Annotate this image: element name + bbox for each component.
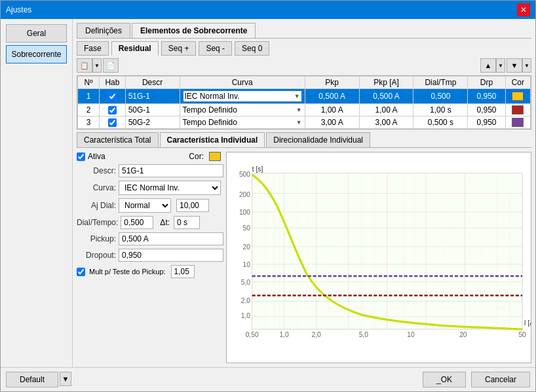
- up-button[interactable]: ▲: [480, 58, 496, 73]
- ok-button[interactable]: _OK: [423, 372, 466, 387]
- tab-elementos[interactable]: Elementos de Sobrecorrente: [132, 23, 256, 38]
- svg-text:20: 20: [459, 331, 467, 338]
- cell-cor: [505, 89, 530, 104]
- tab-caracteristica-individual[interactable]: Característica Individual: [160, 132, 265, 147]
- hab-checkbox[interactable]: [108, 92, 117, 101]
- dial-tempo-label: Dial/Tempo:: [77, 218, 118, 227]
- window-title: Ajustes: [6, 5, 31, 14]
- sub-tab-seq-minus[interactable]: Seq -: [199, 41, 232, 56]
- pickup-input[interactable]: [119, 232, 223, 245]
- svg-text:10: 10: [243, 261, 251, 268]
- svg-text:1,0: 1,0: [279, 331, 289, 338]
- tab-caracteristica-total[interactable]: Característica Total: [77, 132, 159, 147]
- close-button[interactable]: ✕: [517, 3, 530, 16]
- cell-dial: 0,500 s: [413, 116, 468, 129]
- svg-text:I [A]: I [A]: [524, 319, 531, 327]
- main-content: Definições Elementos de Sobrecorrente Fa…: [73, 19, 535, 367]
- cor-color-box[interactable]: [209, 152, 221, 161]
- curva-label: Curva:: [77, 183, 116, 192]
- cor-label: Cor:: [189, 152, 204, 161]
- data-table: Nº Hab Descr Curva Pkp Pkp [A] Dial/Tmp …: [77, 76, 531, 129]
- down-split-button: ▼ ▼: [507, 58, 531, 73]
- down-button[interactable]: ▼: [507, 58, 522, 73]
- sub-tab-fase[interactable]: Fase: [77, 41, 109, 56]
- cell-hab: [100, 89, 126, 104]
- cell-dial: 0,500: [413, 89, 468, 104]
- sidebar-sobrecorrente-button[interactable]: Sobrecorrente: [6, 45, 67, 63]
- row-color-box: [512, 105, 524, 115]
- table-row[interactable]: 3 50G-2 Tempo Definido▼ 3,00 A 3,00 A 0,…: [78, 116, 531, 129]
- sub-tab-bar: Fase Residual Seq + Seq - Seq 0: [77, 41, 531, 56]
- svg-text:200: 200: [239, 191, 250, 198]
- ativa-checkbox[interactable]: [77, 152, 85, 161]
- delta-t-label: Δt:: [160, 218, 170, 227]
- sub-tab-seq-plus[interactable]: Seq +: [161, 41, 197, 56]
- col-descr: Descr: [125, 77, 180, 89]
- mult-checkbox[interactable]: [77, 268, 85, 276]
- col-curva: Curva: [180, 77, 305, 89]
- cell-descr: 51G-1: [125, 89, 180, 104]
- col-hab: Hab: [100, 77, 126, 89]
- cell-descr: 50G-1: [125, 104, 180, 116]
- table-row[interactable]: 1 51G-1 IEC Normal Inv.▼ 0,500 A 0,500 A…: [78, 89, 531, 104]
- cell-cor: [505, 116, 530, 129]
- cell-curva: IEC Normal Inv.▼: [180, 89, 305, 104]
- svg-text:1,0: 1,0: [241, 312, 251, 319]
- svg-text:100: 100: [239, 209, 250, 216]
- default-dropdown-button[interactable]: ▼: [60, 372, 71, 386]
- aj-dial-label: Aj Dial:: [77, 201, 116, 210]
- toolbar: 📋 ▼ 📄 ▲ ▼ ▼ ▼: [77, 58, 531, 73]
- delta-t-input[interactable]: [174, 216, 200, 229]
- data-table-container: Nº Hab Descr Curva Pkp Pkp [A] Dial/Tmp …: [77, 75, 531, 130]
- col-pkp: Pkp: [305, 77, 359, 89]
- default-button[interactable]: Default: [6, 372, 58, 387]
- dropout-label: Dropout:: [77, 251, 116, 260]
- hab-checkbox[interactable]: [108, 106, 117, 115]
- up-dropdown-button[interactable]: ▼: [496, 58, 505, 73]
- dial-tempo-row: Dial/Tempo: Δt:: [77, 216, 221, 229]
- dial-tempo-input[interactable]: [121, 216, 153, 229]
- hab-checkbox[interactable]: [108, 118, 117, 127]
- footer: Default ▼ _OK Cancelar: [1, 367, 535, 391]
- col-dial: Dial/Tmp: [413, 77, 468, 89]
- row-color-box: [512, 92, 524, 101]
- col-cor: Cor: [505, 77, 530, 89]
- sub-tab-residual[interactable]: Residual: [111, 41, 159, 56]
- add-button[interactable]: 📋: [77, 58, 92, 73]
- up-split-button: ▲ ▼: [480, 58, 505, 73]
- curva-select[interactable]: IEC Normal Inv.: [119, 181, 221, 195]
- cancelar-button[interactable]: Cancelar: [471, 372, 530, 387]
- dropout-row: Dropout:: [77, 249, 221, 262]
- add-split-button: 📋 ▼: [77, 58, 102, 73]
- dropout-input[interactable]: [119, 249, 223, 262]
- down-dropdown-button[interactable]: ▼: [522, 58, 531, 73]
- descr-label: Descr:: [77, 166, 116, 175]
- descr-input[interactable]: [119, 164, 223, 177]
- tab-definicoes[interactable]: Definições: [77, 23, 130, 38]
- cell-pkp: 1,00 A: [305, 104, 359, 116]
- svg-text:5,0: 5,0: [241, 279, 251, 286]
- cell-pkp-a: 1,00 A: [359, 104, 413, 116]
- row-color-box: [512, 118, 524, 127]
- add-dropdown-button[interactable]: ▼: [92, 58, 102, 73]
- table-row[interactable]: 2 50G-1 Tempo Definido▼ 1,00 A 1,00 A 1,…: [78, 104, 531, 116]
- copy-button[interactable]: 📄: [103, 58, 119, 73]
- main-window: Ajustes ✕ Geral Sobrecorrente Definições…: [0, 0, 536, 392]
- svg-text:2,0: 2,0: [241, 297, 251, 304]
- aj-dial-input[interactable]: [176, 199, 209, 212]
- cell-curva: Tempo Definido▼: [180, 116, 305, 129]
- cell-pkp: 3,00 A: [305, 116, 359, 129]
- chart-svg: 500 200 100 50 20 10 5,0 2,0 1,0 t [s] 0…: [227, 152, 531, 363]
- sub-tab-seq-zero[interactable]: Seq 0: [235, 41, 269, 56]
- cell-drp: 0,950: [468, 89, 505, 104]
- tab-direcionalidade[interactable]: Direcionalidade Individual: [266, 132, 370, 147]
- mult-input[interactable]: [171, 265, 195, 278]
- svg-text:t [s]: t [s]: [252, 166, 263, 173]
- svg-text:20: 20: [243, 243, 251, 251]
- cell-hab: [100, 104, 126, 116]
- bottom-tab-bar: Característica Total Característica Indi…: [77, 132, 531, 148]
- aj-dial-select[interactable]: Normal: [119, 198, 171, 213]
- ativa-row: Ativa Cor:: [77, 152, 221, 161]
- pickup-row: Pickup:: [77, 232, 221, 245]
- sidebar-geral-button[interactable]: Geral: [6, 24, 67, 43]
